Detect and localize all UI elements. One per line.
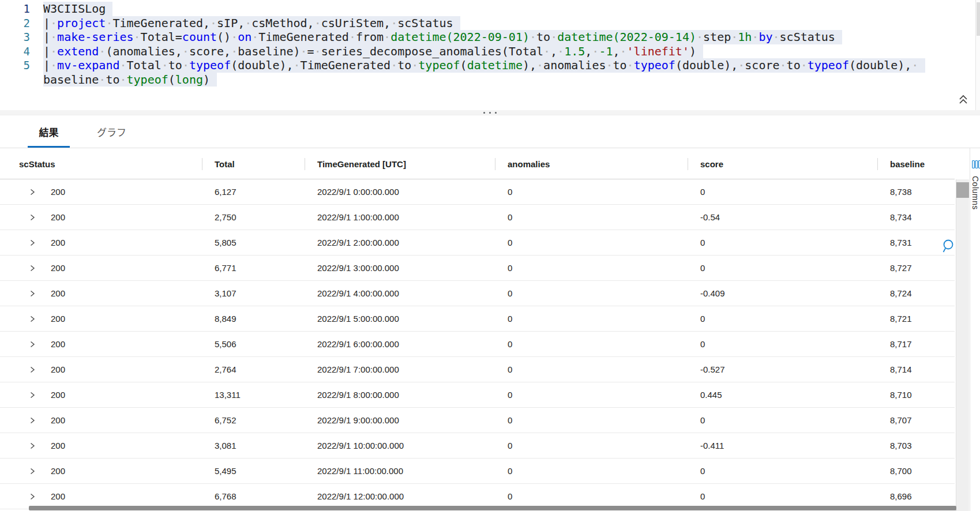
chevron-double-up-icon xyxy=(958,93,969,106)
cell-score: 0 xyxy=(688,263,877,273)
cell-total: 6,768 xyxy=(202,491,305,501)
query-editor[interactable]: 1W3CIISLog2|·project·TimeGenerated,·sIP,… xyxy=(0,0,980,110)
table-row[interactable]: 200 2,750 2022/9/1 1:00:00.000 0 -0.54 8… xyxy=(0,205,955,230)
cell-anomalies: 0 xyxy=(495,491,688,501)
table-header-row: scStatus Total TimeGenerated [UTC] anoma… xyxy=(0,148,955,179)
horizontal-scrollbar[interactable] xyxy=(29,506,956,510)
expand-row-chevron[interactable] xyxy=(29,366,36,374)
tab-chart-label: グラフ xyxy=(97,125,126,139)
table-row[interactable]: 200 6,752 2022/9/1 9:00:00.000 0 0 8,707 xyxy=(0,408,955,433)
cell-scstatus: 200 xyxy=(0,187,202,197)
editor-scrollbar-thumb[interactable] xyxy=(977,2,980,36)
cell-anomalies: 0 xyxy=(495,415,688,425)
collapse-editor-button[interactable] xyxy=(956,92,970,107)
cell-scstatus: 200 xyxy=(0,466,202,476)
cell-anomalies: 0 xyxy=(495,288,688,298)
cell-score: 0 xyxy=(688,339,877,349)
table-row[interactable]: 200 3,081 2022/9/1 10:00:00.000 0 -0.411… xyxy=(0,433,955,459)
pane-splitter[interactable] xyxy=(0,110,980,115)
expand-row-chevron[interactable] xyxy=(29,467,36,475)
cell-timegenerated: 2022/9/1 2:00:00.000 xyxy=(305,238,495,247)
table-row[interactable]: 200 2,764 2022/9/1 7:00:00.000 0 -0.527 … xyxy=(0,357,955,382)
cell-scstatus: 200 xyxy=(0,263,202,273)
drag-handle-dot xyxy=(483,112,485,114)
cell-total: 13,311 xyxy=(202,390,305,400)
expand-row-chevron[interactable] xyxy=(29,290,36,298)
table-body: 200 6,127 2022/9/1 0:00:00.000 0 0 8,738… xyxy=(0,179,970,509)
cell-baseline: 8,734 xyxy=(877,212,955,222)
column-header-timegenerated[interactable]: TimeGenerated [UTC] xyxy=(305,148,495,179)
drag-handle-dot xyxy=(495,112,497,114)
editor-scrollbar[interactable] xyxy=(975,0,980,110)
cell-timegenerated: 2022/9/1 9:00:00.000 xyxy=(305,415,495,425)
cell-score: 0 xyxy=(688,314,877,324)
expand-row-chevron[interactable] xyxy=(29,493,36,501)
cell-scstatus: 200 xyxy=(0,212,202,222)
cell-anomalies: 0 xyxy=(495,390,688,400)
table-row[interactable]: 200 13,311 2022/9/1 8:00:00.000 0 0.445 … xyxy=(0,382,955,408)
chevron-right-icon xyxy=(29,188,36,196)
column-header-score[interactable]: score xyxy=(688,148,877,179)
tab-results[interactable]: 結果 xyxy=(28,115,70,148)
expand-row-chevron[interactable] xyxy=(29,340,36,348)
active-tab-underline xyxy=(28,146,70,148)
table-row[interactable]: 200 5,506 2022/9/1 6:00:00.000 0 0 8,717 xyxy=(0,332,955,357)
chevron-right-icon xyxy=(29,315,36,323)
cell-scstatus: 200 xyxy=(0,390,202,400)
expand-row-chevron[interactable] xyxy=(29,416,36,424)
expand-row-chevron[interactable] xyxy=(29,239,36,247)
table-row[interactable]: 200 8,849 2022/9/1 5:00:00.000 0 0 8,721 xyxy=(0,306,955,332)
cell-scstatus: 200 xyxy=(0,288,202,298)
column-header-baseline[interactable]: baseline xyxy=(877,148,955,179)
cell-timegenerated: 2022/9/1 3:00:00.000 xyxy=(305,263,495,273)
chevron-right-icon xyxy=(29,340,36,348)
column-header-total[interactable]: Total xyxy=(202,148,305,179)
cell-baseline: 8,714 xyxy=(877,365,955,374)
cell-total: 5,506 xyxy=(202,339,305,349)
chevron-right-icon xyxy=(29,391,36,399)
code-lines[interactable]: 1W3CIISLog2|·project·TimeGenerated,·sIP,… xyxy=(0,0,980,87)
cell-score: 0 xyxy=(688,466,877,476)
tab-results-label: 結果 xyxy=(39,125,59,139)
expand-row-chevron[interactable] xyxy=(29,442,36,450)
line-number: 3 xyxy=(0,30,30,44)
expand-row-chevron[interactable] xyxy=(29,264,36,272)
table-row[interactable]: 200 5,805 2022/9/1 2:00:00.000 0 0 8,731 xyxy=(0,230,955,256)
cell-total: 3,107 xyxy=(202,288,305,298)
expand-row-chevron[interactable] xyxy=(29,391,36,399)
table-row[interactable]: 200 3,107 2022/9/1 4:00:00.000 0 -0.409 … xyxy=(0,281,955,306)
table-row[interactable]: 200 6,127 2022/9/1 0:00:00.000 0 0 8,738 xyxy=(0,179,955,205)
table-row[interactable]: 200 5,495 2022/9/1 11:00:00.000 0 0 8,70… xyxy=(0,459,955,484)
cell-score: -0.527 xyxy=(688,365,877,374)
code-line[interactable]: 1W3CIISLog xyxy=(0,2,980,16)
line-number: 1 xyxy=(0,2,30,16)
cell-baseline: 8,703 xyxy=(877,441,955,450)
cell-timegenerated: 2022/9/1 1:00:00.000 xyxy=(305,212,495,222)
column-header-scstatus[interactable]: scStatus xyxy=(0,148,202,179)
cell-baseline: 8,710 xyxy=(877,390,955,400)
cell-score: -0.54 xyxy=(688,212,877,222)
cell-anomalies: 0 xyxy=(495,314,688,324)
vertical-scrollbar-thumb[interactable] xyxy=(956,182,969,198)
columns-panel-label: Columns xyxy=(971,176,980,210)
code-line[interactable]: baseline·to·typeof(long) xyxy=(0,73,980,87)
vertical-scrollbar[interactable] xyxy=(956,179,969,511)
column-header-anomalies[interactable]: anomalies xyxy=(495,148,688,179)
expand-row-chevron[interactable] xyxy=(29,315,36,323)
cell-timegenerated: 2022/9/1 11:00:00.000 xyxy=(305,466,495,476)
chevron-right-icon xyxy=(29,239,36,247)
expand-row-chevron[interactable] xyxy=(29,213,36,221)
cell-anomalies: 0 xyxy=(495,339,688,349)
tab-chart[interactable]: グラフ xyxy=(87,115,137,148)
code-line[interactable]: 4|·extend·(anomalies,·score,·baseline)·=… xyxy=(0,44,980,59)
cell-score: 0 xyxy=(688,491,877,501)
code-line[interactable]: 5|·mv-expand·Total·to·typeof(double),·Ti… xyxy=(0,58,980,73)
table-row[interactable]: 200 6,771 2022/9/1 3:00:00.000 0 0 8,727 xyxy=(0,256,955,281)
cell-anomalies: 0 xyxy=(495,187,688,197)
cell-scstatus: 200 xyxy=(0,491,202,501)
code-line[interactable]: 3|·make-series·Total=count()·on·TimeGene… xyxy=(0,30,980,44)
cell-anomalies: 0 xyxy=(495,466,688,476)
expand-row-chevron[interactable] xyxy=(29,188,36,196)
code-line[interactable]: 2|·project·TimeGenerated,·sIP,·csMethod,… xyxy=(0,16,980,31)
columns-panel-toggle[interactable]: Columns xyxy=(970,148,980,511)
